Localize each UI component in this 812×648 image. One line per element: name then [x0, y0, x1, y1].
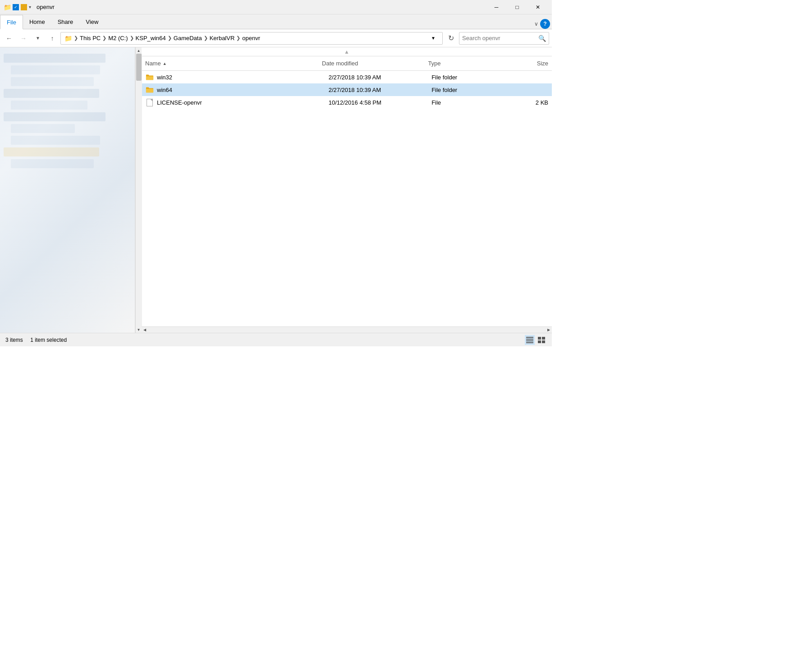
- path-sep-1: ❯: [74, 35, 78, 41]
- status-left: 3 items 1 item selected: [5, 337, 67, 343]
- file-date-win64: 2/27/2018 10:39 AM: [329, 87, 431, 93]
- address-path[interactable]: 📁 ❯ This PC ❯ M2 (C:) ❯ KSP_win64 ❯ Game…: [60, 32, 443, 45]
- tab-home[interactable]: Home: [23, 14, 51, 29]
- selected-count: 1 item selected: [30, 337, 67, 343]
- ribbon-tabs: File Home Share View ∨ ?: [0, 14, 552, 29]
- item-count: 3 items: [5, 337, 23, 343]
- folder-icon-win64: [145, 85, 154, 94]
- search-box: 🔍: [459, 32, 549, 45]
- grid-view-icon: [538, 337, 545, 343]
- col-header-type[interactable]: Type: [428, 60, 499, 67]
- svg-rect-7: [542, 340, 545, 343]
- title-bar: 📁 ✓ ▾ openvr ─ □ ✕: [0, 0, 552, 14]
- sidebar-scrollbar: ▲ ▼: [135, 47, 142, 333]
- sort-chevron-icon: ▲: [344, 49, 349, 55]
- tab-file[interactable]: File: [0, 15, 23, 29]
- forward-button[interactable]: →: [17, 32, 30, 45]
- window-title: openvr: [35, 4, 486, 10]
- title-bar-icons: 📁 ✓ ▾: [4, 4, 31, 11]
- path-this-pc[interactable]: This PC: [80, 35, 101, 41]
- file-icon-license: [145, 98, 154, 107]
- path-folder-icon: 📁: [64, 35, 72, 42]
- status-right: [525, 335, 546, 345]
- file-name-win64: win64: [157, 87, 329, 93]
- tab-share[interactable]: Share: [51, 14, 80, 29]
- file-name-license: LICENSE-openvr: [157, 99, 329, 106]
- close-button[interactable]: ✕: [528, 0, 548, 14]
- status-bar: 3 items 1 item selected: [0, 333, 552, 346]
- file-list: win32 2/27/2018 10:39 AM File folder win…: [142, 71, 552, 326]
- back-button[interactable]: ←: [3, 32, 15, 45]
- maximize-button[interactable]: □: [507, 0, 528, 14]
- name-sort-icon: ▲: [163, 61, 167, 66]
- address-bar: ← → ▼ ↑ 📁 ❯ This PC ❯ M2 (C:) ❯ KSP_win6…: [0, 29, 552, 47]
- content-area: Name ▲ Date modified Type Size: [142, 56, 552, 333]
- recent-locations-button[interactable]: ▼: [32, 32, 44, 45]
- path-sep-4: ❯: [168, 35, 172, 41]
- refresh-button[interactable]: ↻: [445, 32, 457, 45]
- file-size-license: 2 KB: [500, 99, 548, 106]
- path-gamedata[interactable]: GameData: [174, 35, 202, 41]
- path-ksp[interactable]: KSP_win64: [136, 35, 166, 41]
- hscroll-left-arrow[interactable]: ◀: [142, 327, 148, 333]
- sidebar: [0, 47, 135, 333]
- path-sep-2: ❯: [102, 35, 106, 41]
- help-button[interactable]: ?: [540, 19, 550, 29]
- ribbon-expand: ∨ ?: [534, 19, 552, 29]
- ribbon: File Home Share View ∨ ?: [0, 14, 552, 29]
- sidebar-blurred-content: [0, 47, 135, 333]
- path-m2[interactable]: M2 (C:): [108, 35, 128, 41]
- list-view-button[interactable]: [525, 335, 535, 345]
- hscroll-right-arrow[interactable]: ▶: [546, 327, 552, 333]
- main-layout: ▲ ▼ ▲ Name ▲ Date modified Type: [0, 47, 552, 333]
- minimize-button[interactable]: ─: [486, 0, 507, 14]
- svg-rect-0: [526, 337, 533, 338]
- file-type-license: File: [431, 99, 500, 106]
- folder-icon: 📁: [4, 4, 11, 11]
- file-type-win32: File folder: [431, 74, 500, 81]
- file-row-win64[interactable]: win64 2/27/2018 10:39 AM File folder: [142, 83, 552, 96]
- file-name-win32: win32: [157, 74, 329, 81]
- col-header-size[interactable]: Size: [499, 60, 548, 67]
- path-sep-6: ❯: [236, 35, 240, 41]
- file-date-win32: 2/27/2018 10:39 AM: [329, 74, 431, 81]
- svg-rect-1: [526, 339, 533, 340]
- list-view-icon: [526, 337, 533, 343]
- file-row-license[interactable]: LICENSE-openvr 10/12/2016 4:58 PM File 2…: [142, 96, 552, 109]
- svg-rect-6: [538, 340, 541, 343]
- search-icon[interactable]: 🔍: [538, 35, 546, 42]
- column-headers: Name ▲ Date modified Type Size: [142, 56, 552, 71]
- svg-rect-2: [526, 340, 533, 341]
- search-input[interactable]: [462, 35, 538, 41]
- path-dropdown-button[interactable]: ▼: [428, 32, 439, 45]
- path-sep-3: ❯: [130, 35, 134, 41]
- up-button[interactable]: ↑: [46, 32, 59, 45]
- dropdown-arrow-icon: ▾: [29, 5, 31, 9]
- scroll-up-arrow[interactable]: ▲: [136, 47, 142, 54]
- checkmark-icon: ✓: [13, 4, 19, 10]
- tab-view[interactable]: View: [79, 14, 105, 29]
- path-sep-5: ❯: [204, 35, 208, 41]
- scroll-thumb[interactable]: [136, 54, 142, 81]
- scroll-down-arrow[interactable]: ▼: [136, 326, 142, 333]
- path-kerbalvr[interactable]: KerbalVR: [210, 35, 235, 41]
- expand-chevron-icon[interactable]: ∨: [534, 21, 538, 27]
- hscroll-track[interactable]: [148, 327, 546, 333]
- file-date-license: 10/12/2016 4:58 PM: [329, 99, 431, 106]
- window-controls: ─ □ ✕: [486, 0, 548, 14]
- file-type-win64: File folder: [431, 87, 500, 93]
- grid-view-button[interactable]: [537, 335, 546, 345]
- horizontal-scrollbar: ◀ ▶: [142, 326, 552, 333]
- path-openvr[interactable]: openvr: [242, 35, 260, 41]
- scroll-track[interactable]: [136, 54, 142, 326]
- col-header-date[interactable]: Date modified: [322, 60, 428, 67]
- folder-icon-win32: [145, 73, 154, 82]
- svg-rect-3: [526, 342, 533, 343]
- col-header-name[interactable]: Name ▲: [145, 60, 322, 67]
- orange-square-icon: [21, 4, 27, 10]
- svg-rect-4: [538, 337, 541, 340]
- file-row-win32[interactable]: win32 2/27/2018 10:39 AM File folder: [142, 71, 552, 83]
- svg-rect-5: [542, 337, 545, 340]
